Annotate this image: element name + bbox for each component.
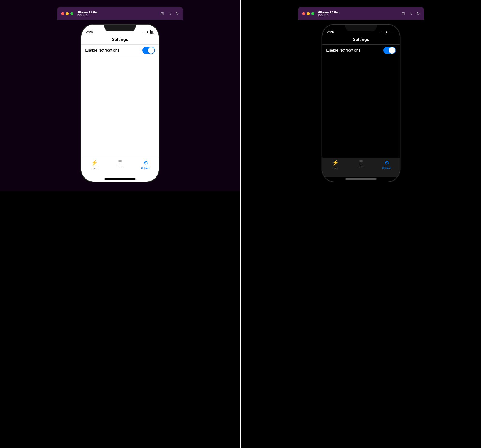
tab-lists[interactable]: ☰ Lists xyxy=(113,160,127,168)
settings-icon-dark: ⚙ xyxy=(384,160,389,166)
status-icons: ••• ▲ ▓ xyxy=(141,30,154,34)
minimize-button-right[interactable] xyxy=(307,12,310,15)
battery-icon-dark xyxy=(390,32,395,32)
enable-notifications-label: Enable Notifications xyxy=(85,48,119,53)
device-os: iOS 14.3 xyxy=(77,14,158,17)
feed-label: Feed xyxy=(91,167,97,169)
toggle-thumb-dark xyxy=(389,47,395,54)
tab-feed-dark[interactable]: ⚡ Feed xyxy=(328,160,342,169)
settings-label: Settings xyxy=(142,167,150,169)
device-os-right: iOS 14.3 xyxy=(318,14,399,17)
enable-notifications-row: Enable Notifications xyxy=(81,45,159,56)
maximize-button[interactable] xyxy=(70,12,73,15)
right-simulator-panel: iPhone 12 Pro iOS 14.3 ⊡ ⌂ ↻ 2:56 ••• ▲ xyxy=(241,0,481,191)
lists-icon: ☰ xyxy=(118,160,122,164)
lists-label-dark: Lists xyxy=(359,165,364,168)
home-icon[interactable]: ⌂ xyxy=(168,11,171,16)
wifi-icon-dark: ▲ xyxy=(385,30,388,34)
settings-icon: ⚙ xyxy=(143,160,148,166)
left-tab-bar: ⚡ Feed ☰ Lists ⚙ Settings xyxy=(81,158,159,177)
wifi-icon: ▲ xyxy=(146,30,149,34)
device-name: iPhone 12 Pro xyxy=(77,10,158,14)
nav-bar-dark: Settings xyxy=(322,35,400,45)
screenshot-icon-right[interactable]: ⊡ xyxy=(401,11,405,16)
feed-label-dark: Feed xyxy=(332,167,338,169)
tab-settings-dark[interactable]: ⚙ Settings xyxy=(380,160,394,169)
device-name-right: iPhone 12 Pro xyxy=(318,10,399,14)
home-indicator xyxy=(104,178,136,179)
lists-label: Lists xyxy=(118,165,123,168)
minimize-button[interactable] xyxy=(66,12,69,15)
notch xyxy=(104,25,136,31)
settings-label-dark: Settings xyxy=(383,167,391,169)
left-phone-screen: 2:56 ••• ▲ ▓ Settings Enable Notificatio… xyxy=(81,25,159,181)
enable-notifications-label-dark: Enable Notifications xyxy=(326,48,360,53)
status-time-dark: 2:56 xyxy=(327,30,334,34)
notch-dark xyxy=(345,25,377,31)
tab-feed[interactable]: ⚡ Feed xyxy=(87,160,101,169)
right-phone-screen: 2:56 ••• ▲ Settings Enable Notifications xyxy=(322,25,400,181)
traffic-lights-right xyxy=(302,12,314,15)
close-button[interactable] xyxy=(61,12,64,15)
rotate-icon[interactable]: ↻ xyxy=(175,11,179,16)
nav-title-dark: Settings xyxy=(353,37,369,42)
tab-settings[interactable]: ⚙ Settings xyxy=(139,160,153,169)
enable-notifications-toggle[interactable] xyxy=(143,47,155,54)
rotate-icon-right[interactable]: ↻ xyxy=(416,11,420,16)
traffic-lights xyxy=(61,12,73,15)
close-button-right[interactable] xyxy=(302,12,305,15)
battery-icon: ▓ xyxy=(150,30,154,34)
tab-lists-dark[interactable]: ☰ Lists xyxy=(354,160,368,168)
toolbar-icons: ⊡ ⌂ ↻ xyxy=(160,11,179,16)
feed-icon: ⚡ xyxy=(91,160,98,166)
settings-list-dark: Enable Notifications xyxy=(322,45,400,158)
device-title-right: iPhone 12 Pro iOS 14.3 xyxy=(318,10,399,17)
home-indicator-dark xyxy=(345,178,377,179)
nav-title: Settings xyxy=(112,37,128,42)
enable-notifications-toggle-dark[interactable] xyxy=(383,47,396,54)
toolbar-icons-right: ⊡ ⌂ ↻ xyxy=(401,11,420,16)
settings-list: Enable Notifications xyxy=(81,45,159,158)
feed-icon-dark: ⚡ xyxy=(332,160,338,166)
left-simulator-panel: iPhone 12 Pro iOS 14.3 ⊡ ⌂ ↻ 2:56 ••• ▲ … xyxy=(0,0,240,191)
left-toolbar: iPhone 12 Pro iOS 14.3 ⊡ ⌂ ↻ xyxy=(57,7,183,20)
signal-dots-dark: ••• xyxy=(380,31,384,33)
left-phone-frame: 2:56 ••• ▲ ▓ Settings Enable Notificatio… xyxy=(81,25,159,181)
toggle-thumb xyxy=(148,47,154,54)
status-time: 2:56 xyxy=(86,30,93,34)
lists-icon-dark: ☰ xyxy=(359,160,363,164)
status-icons-dark: ••• ▲ xyxy=(380,30,395,34)
enable-notifications-row-dark: Enable Notifications xyxy=(322,45,400,56)
signal-dots: ••• xyxy=(141,31,145,33)
device-title: iPhone 12 Pro iOS 14.3 xyxy=(77,10,158,17)
maximize-button-right[interactable] xyxy=(311,12,314,15)
right-toolbar: iPhone 12 Pro iOS 14.3 ⊡ ⌂ ↻ xyxy=(298,7,424,20)
right-phone-frame: 2:56 ••• ▲ Settings Enable Notifications xyxy=(322,25,400,181)
home-icon-right[interactable]: ⌂ xyxy=(409,11,412,16)
screenshot-icon[interactable]: ⊡ xyxy=(160,11,164,16)
nav-bar: Settings xyxy=(81,35,159,45)
right-tab-bar: ⚡ Feed ☰ Lists ⚙ Settings xyxy=(322,158,400,177)
